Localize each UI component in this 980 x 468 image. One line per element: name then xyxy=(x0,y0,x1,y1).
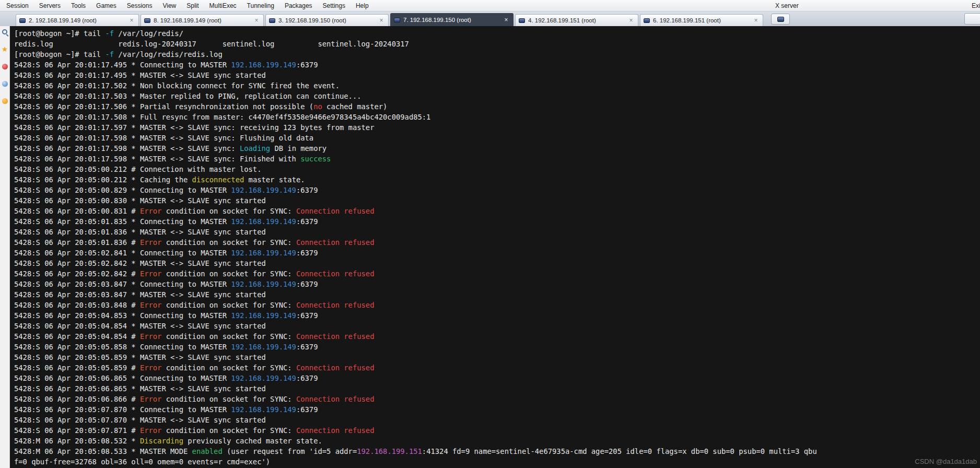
terminal-line: redis.log redis.log-20240317 sentinel.lo… xyxy=(14,39,980,49)
tab-label: 8. 192.168.199.149 (root) xyxy=(154,17,250,24)
mobaxterm-window: SessionServersToolsGamesSessionsViewSpli… xyxy=(0,0,980,468)
terminal[interactable]: [root@bogon ~]# tail -f /var/log/redis/r… xyxy=(10,26,980,468)
menu-item-settings[interactable]: Settings xyxy=(318,0,351,11)
terminal-line: 5428:S 06 Apr 20:01:17.598 * MASTER <-> … xyxy=(14,133,980,143)
close-icon[interactable]: × xyxy=(627,17,635,24)
menu-item-games[interactable]: Games xyxy=(91,0,122,11)
terminal-session-icon xyxy=(144,18,150,23)
terminal-line: [root@bogon ~]# tail -f /var/log/redis/ xyxy=(14,28,980,39)
terminal-line: 5428:S 06 Apr 20:05:01.836 # Error condi… xyxy=(14,237,980,248)
tabs: 2. 192.168.199.149 (root)×8. 192.168.199… xyxy=(16,11,765,26)
terminal-line: 5428:S 06 Apr 20:01:17.598 * MASTER <-> … xyxy=(14,143,980,154)
close-icon[interactable]: × xyxy=(752,17,760,24)
menu-item-session[interactable]: Session xyxy=(1,0,34,11)
close-icon[interactable]: × xyxy=(503,16,510,24)
terminal-line: 5428:S 06 Apr 20:05:05.858 * Connecting … xyxy=(14,342,980,352)
tab-label: 2. 192.168.199.149 (root) xyxy=(29,17,125,24)
terminal-line: 5428:S 06 Apr 20:05:02.842 * MASTER <-> … xyxy=(14,258,980,268)
terminal-line: 5428:S 06 Apr 20:05:00.831 # Error condi… xyxy=(14,206,980,216)
record-icon[interactable] xyxy=(2,64,8,69)
terminal-line: 5428:S 06 Apr 20:05:06.865 * Connecting … xyxy=(14,373,980,383)
menu-item-tools[interactable]: Tools xyxy=(66,0,91,11)
terminal-session-icon xyxy=(519,18,525,23)
menubar: SessionServersToolsGamesSessionsViewSpli… xyxy=(0,0,980,11)
terminal-line: 5428:S 06 Apr 20:05:00.829 * Connecting … xyxy=(14,185,980,195)
terminal-line: 5428:S 06 Apr 20:01:17.495 * Connecting … xyxy=(14,60,980,70)
session-tab[interactable]: 7. 192.168.199.150 (root)× xyxy=(390,13,514,26)
terminal-line: 5428:S 06 Apr 20:05:07.870 * MASTER <-> … xyxy=(14,415,980,425)
close-icon[interactable]: × xyxy=(378,17,385,24)
terminal-line: 5428:S 06 Apr 20:05:07.870 * Connecting … xyxy=(14,404,980,415)
terminal-session-icon xyxy=(644,18,650,23)
menu-items: SessionServersToolsGamesSessionsViewSpli… xyxy=(0,0,374,11)
terminal-line: 5428:S 06 Apr 20:05:03.848 # Error condi… xyxy=(14,300,980,310)
session-tab[interactable]: 4. 192.168.199.151 (root)× xyxy=(515,14,638,26)
terminal-session-icon xyxy=(19,18,26,23)
menu-item-x-server[interactable]: X server xyxy=(771,0,803,11)
tab-label: 6. 192.168.199.151 (root) xyxy=(653,17,749,24)
terminal-line: 5428:S 06 Apr 20:05:00.212 * Caching the… xyxy=(14,174,980,185)
terminal-line: 5428:S 06 Apr 20:05:04.853 * Connecting … xyxy=(14,310,980,321)
menu-item-exit[interactable]: Exit xyxy=(967,0,980,11)
session-icon[interactable] xyxy=(2,98,8,104)
terminal-line: [root@bogon ~]# tail -f /var/log/redis/r… xyxy=(14,49,980,60)
tab-label: 3. 192.168.199.150 (root) xyxy=(278,17,375,24)
terminal-line: 5428:S 06 Apr 20:05:05.859 # Error condi… xyxy=(14,362,980,373)
terminal-session-icon xyxy=(394,18,400,22)
terminal-line: 5428:S 06 Apr 20:05:01.835 * Connecting … xyxy=(14,216,980,227)
terminal-line: 5428:S 06 Apr 20:05:06.866 # Error condi… xyxy=(14,394,980,404)
terminal-line: 5428:S 06 Apr 20:01:17.508 * Full resync… xyxy=(14,112,980,122)
terminal-line: 5428:S 06 Apr 20:01:17.598 * MASTER <-> … xyxy=(14,154,980,164)
star-icon[interactable]: ★ xyxy=(2,46,8,52)
terminal-line: 5428:S 06 Apr 20:05:01.836 * MASTER <-> … xyxy=(14,227,980,237)
terminal-line: 5428:S 06 Apr 20:05:03.847 * Connecting … xyxy=(14,279,980,289)
menu-item-help[interactable]: Help xyxy=(351,0,374,11)
terminal-line: 5428:S 06 Apr 20:01:17.506 * Partial res… xyxy=(14,101,980,112)
terminal-line: 5428:S 06 Apr 20:05:04.854 * MASTER <-> … xyxy=(14,321,980,331)
terminal-line: 5428:S 06 Apr 20:01:17.503 * Master repl… xyxy=(14,91,980,101)
terminal-line: 5428:S 06 Apr 20:05:05.859 * MASTER <-> … xyxy=(14,352,980,362)
tab-label: 7. 192.168.199.150 (root) xyxy=(403,17,499,23)
session-tab[interactable]: 2. 192.168.199.149 (root)× xyxy=(16,14,139,26)
terminal-line: 5428:S 06 Apr 20:05:00.212 # Connection … xyxy=(14,164,980,174)
tab-label: 4. 192.168.199.151 (root) xyxy=(528,17,624,24)
terminal-line: 5428:S 06 Apr 20:05:02.842 # Error condi… xyxy=(14,268,980,279)
terminal-line: 5428:S 06 Apr 20:01:17.495 * MASTER <-> … xyxy=(14,70,980,80)
tab-bar: 2. 192.168.199.149 (root)×8. 192.168.199… xyxy=(0,11,980,26)
session-tab[interactable]: 3. 192.168.199.150 (root)× xyxy=(265,14,389,26)
session-tab[interactable]: 8. 192.168.199.149 (root)× xyxy=(141,14,264,26)
terminal-session-icon xyxy=(269,18,275,23)
pencil-icon[interactable] xyxy=(2,81,8,87)
session-tab[interactable]: 6. 192.168.199.151 (root)× xyxy=(640,14,763,26)
new-tab-button[interactable] xyxy=(771,14,790,25)
terminal-line: 5428:M 06 Apr 20:05:08.533 * MASTER MODE… xyxy=(14,446,980,457)
sidebar: ★ xyxy=(0,26,10,468)
tab-overflow-button[interactable] xyxy=(964,13,980,25)
terminal-line: 5428:M 06 Apr 20:05:08.532 * Discarding … xyxy=(14,436,980,446)
terminal-line: f=0 qbuf-free=32768 obl=36 oll=0 omem=0 … xyxy=(14,457,980,467)
menu-item-multiexec[interactable]: MultiExec xyxy=(204,0,242,11)
menu-item-packages[interactable]: Packages xyxy=(279,0,318,11)
menu-item-tunneling[interactable]: Tunneling xyxy=(242,0,279,11)
terminal-line: 5428:S 06 Apr 20:05:04.854 # Error condi… xyxy=(14,331,980,342)
terminal-line: 5428:S 06 Apr 20:05:07.871 # Error condi… xyxy=(14,425,980,436)
terminal-lines: [root@bogon ~]# tail -f /var/log/redis/r… xyxy=(14,28,980,467)
terminal-line: 5428:S 06 Apr 20:05:03.847 * MASTER <-> … xyxy=(14,289,980,300)
terminal-line: 5428:S 06 Apr 20:01:17.597 * MASTER <-> … xyxy=(14,122,980,133)
terminal-line: 5428:S 06 Apr 20:05:00.830 * MASTER <-> … xyxy=(14,195,980,206)
terminal-line: 5428:S 06 Apr 20:05:06.865 * MASTER <-> … xyxy=(14,383,980,394)
menu-item-servers[interactable]: Servers xyxy=(34,0,66,11)
search-icon[interactable] xyxy=(2,29,7,34)
monitor-icon xyxy=(777,17,784,22)
terminal-line: 5428:S 06 Apr 20:01:17.502 * Non blockin… xyxy=(14,80,980,91)
menu-item-sessions[interactable]: Sessions xyxy=(122,0,158,11)
terminal-line: 5428:S 06 Apr 20:05:02.841 * Connecting … xyxy=(14,248,980,258)
menu-item-view[interactable]: View xyxy=(157,0,181,11)
main-area: ★ [root@bogon ~]# tail -f /var/log/redis… xyxy=(0,26,980,468)
menu-item-split[interactable]: Split xyxy=(181,0,204,11)
close-icon[interactable]: × xyxy=(253,17,260,24)
close-icon[interactable]: × xyxy=(128,17,135,24)
